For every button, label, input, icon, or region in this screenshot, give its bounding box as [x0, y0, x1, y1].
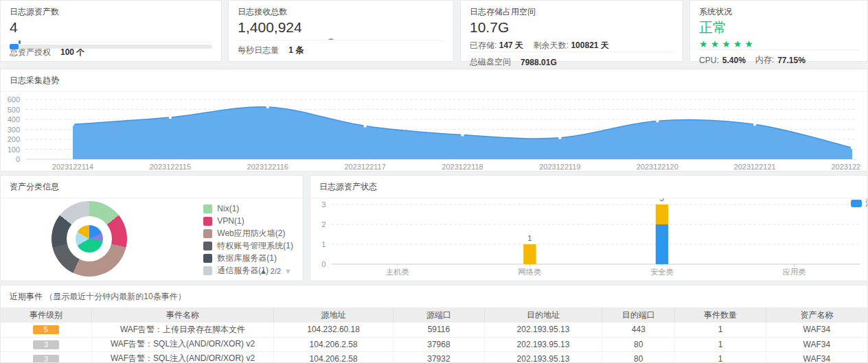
dest-ip: 202.193.95.13 — [484, 337, 602, 351]
legend-swatch — [203, 254, 212, 263]
legend-swatch — [203, 217, 212, 226]
source-port: 59116 — [393, 323, 485, 337]
slider-handle-bottom — [19, 41, 21, 44]
event-count: 1 — [675, 337, 766, 351]
dest-ip: 202.193.95.13 — [484, 323, 602, 337]
asset-category-inner-pie — [76, 225, 103, 253]
svg-text:400: 400 — [8, 115, 20, 124]
svg-text:200: 200 — [8, 135, 20, 143]
svg-text:100: 100 — [8, 145, 20, 154]
table-row: 5WAF告警：上传目录存在脚本文件104.232.60.1859116202.1… — [1, 323, 867, 337]
card-log-received-total: 日志接收总数 1,400,924 每秒日志量 1 条 — [228, 0, 454, 62]
card-title: 日志源资产数 — [10, 6, 212, 18]
star-rating-icon: ★★★★★ — [699, 38, 858, 49]
pie-chart-title: 资产分类信息 — [1, 176, 303, 198]
svg-text:主机类: 主机类 — [386, 268, 409, 276]
svg-text:网络类: 网络类 — [518, 268, 542, 276]
x-axis-label: 2023122121 — [734, 163, 776, 171]
legend-swatch — [203, 229, 212, 238]
dest-port: 80 — [602, 337, 675, 351]
storage-days-line: 已存储: 147 天 剩余天数: 100821 天 — [470, 40, 674, 51]
table-row: 3WAF告警：SQL注入(AND/OR/XOR) v2104.206.2.583… — [1, 337, 867, 351]
asset-name: WAF34 — [766, 323, 867, 337]
card-log-storage: 日志存储占用空间 10.7G 已存储: 147 天 剩余天数: 100821 天… — [460, 0, 683, 62]
legend-swatch — [203, 204, 212, 213]
bar-chart-legend[interactable]: 活 — [851, 198, 868, 209]
dest-port: 443 — [602, 323, 675, 337]
column-header: 源地址 — [274, 307, 393, 323]
events-table: 事件级别事件名称源地址源端口目的地址目的端口事件数量资产名称 5WAF告警：上传… — [1, 307, 867, 363]
table-row: 3WAF告警：SQL注入(AND/OR/XOR) v2104.206.2.583… — [1, 351, 867, 363]
legend-page-down-icon[interactable]: ▼ — [284, 267, 292, 275]
bar-chart-title: 日志源资产状态 — [310, 176, 867, 198]
mem-label: 内存: — [755, 54, 774, 66]
legend-item[interactable]: Nix(1) — [203, 204, 293, 214]
log-total-count: 1,400,924 — [238, 19, 444, 36]
card-asset-category: 资产分类信息 Nix(1)VPN(1)Web应用防火墙(2)特权账号管理系统(1… — [0, 175, 304, 281]
pie-legend: Nix(1)VPN(1)Web应用防火墙(2)特权账号管理系统(1)数据库服务器… — [203, 204, 293, 276]
stored-label: 已存储: — [470, 40, 496, 50]
svg-text:0: 0 — [321, 260, 326, 268]
x-axis-label: 2023122120 — [637, 163, 678, 171]
asset-status-bar-chart: 0123主机类网络类1安全类3应用类 — [310, 198, 867, 281]
svg-text:0: 0 — [16, 155, 20, 163]
donut-hole — [67, 216, 112, 261]
column-header: 目的地址 — [484, 307, 602, 323]
x-axis-label: 2023122115 — [150, 163, 191, 171]
storage-used: 10.7G — [470, 19, 674, 36]
card-title: 日志接收总数 — [238, 6, 444, 18]
bottom-row: 资产分类信息 Nix(1)VPN(1)Web应用防火墙(2)特权账号管理系统(1… — [0, 175, 868, 281]
log-source-count: 4 — [10, 19, 212, 36]
svg-text:2: 2 — [321, 220, 326, 229]
legend-swatch — [203, 266, 212, 275]
legend-page-up-icon[interactable]: ▲ — [260, 267, 267, 275]
footer-value: 1 条 — [288, 45, 304, 56]
event-count: 1 — [675, 323, 766, 337]
x-axis-label: 2023122119 — [539, 163, 580, 171]
slider-track — [10, 45, 212, 49]
x-axis-label: 2023122118 — [442, 163, 483, 171]
card-log-trend: 日志采集趋势 010020030040050060020231221142023… — [0, 69, 868, 172]
svg-text:应用类: 应用类 — [783, 268, 806, 276]
remaining-value: 100821 天 — [571, 40, 608, 50]
stat-card-row: 日志源资产数 4 总资产授权 100 个 日志接收总数 1,400,924 每秒… — [0, 0, 868, 62]
cpu-label: CPU: — [699, 56, 719, 65]
card-footer: 每秒日志量 1 条 — [238, 40, 444, 61]
events-title: 近期事件 — [10, 292, 43, 301]
trend-chart-title: 日志采集趋势 — [1, 69, 867, 92]
legend-item[interactable]: VPN(1) — [203, 216, 293, 226]
x-axis-label: 2023122114 — [52, 163, 93, 171]
event-level-badge: 3 — [33, 355, 59, 363]
svg-text:300: 300 — [8, 126, 20, 134]
legend-swatch — [203, 242, 212, 250]
legend-item[interactable]: 特权账号管理系统(1) — [203, 241, 293, 251]
footer-label: 总磁盘空间 — [470, 56, 511, 68]
card-footer: CPU:5.40% 内存:77.15% — [699, 49, 858, 71]
legend-label: 数据库服务器(1) — [217, 253, 277, 264]
svg-text:600: 600 — [8, 95, 20, 104]
source-port: 37932 — [393, 351, 485, 363]
legend-item[interactable]: 数据库服务器(1) — [203, 253, 293, 264]
event-level-badge: 5 — [33, 325, 59, 334]
legend-swatch — [851, 200, 862, 207]
legend-label: Nix(1) — [217, 204, 239, 213]
legend-item[interactable]: Web应用防火墙(2) — [203, 229, 293, 239]
log-trend-area-chart: 0100200300400500600202312211420231221152… — [1, 92, 860, 174]
card-recent-events: 近期事件 （显示最近十分钟内最新的10条事件） 事件级别事件名称源地址源端口目的… — [0, 285, 868, 363]
slider-fill — [10, 44, 19, 49]
dest-ip: 202.193.95.13 — [484, 351, 602, 363]
card-title: 系统状况 — [699, 6, 858, 18]
mem-value: 77.15% — [777, 56, 806, 65]
column-header: 事件数量 — [675, 307, 766, 323]
source-ip: 104.206.2.58 — [274, 351, 393, 363]
legend-page-indicator: 2/2 — [271, 267, 281, 275]
asset-category-donut-chart — [52, 201, 127, 277]
event-name: WAF告警：上传目录存在脚本文件 — [92, 323, 274, 337]
source-ip: 104.232.60.18 — [274, 323, 393, 337]
legend-label: Web应用防火墙(2) — [217, 228, 285, 239]
card-asset-status: 日志源资产状态 活 0123主机类网络类1安全类3应用类 — [310, 175, 868, 281]
svg-text:3: 3 — [660, 198, 664, 202]
card-log-source-assets: 日志源资产数 4 总资产授权 100 个 — [0, 0, 222, 62]
column-header: 事件级别 — [1, 307, 92, 323]
cpu-value: 5.40% — [722, 56, 746, 65]
